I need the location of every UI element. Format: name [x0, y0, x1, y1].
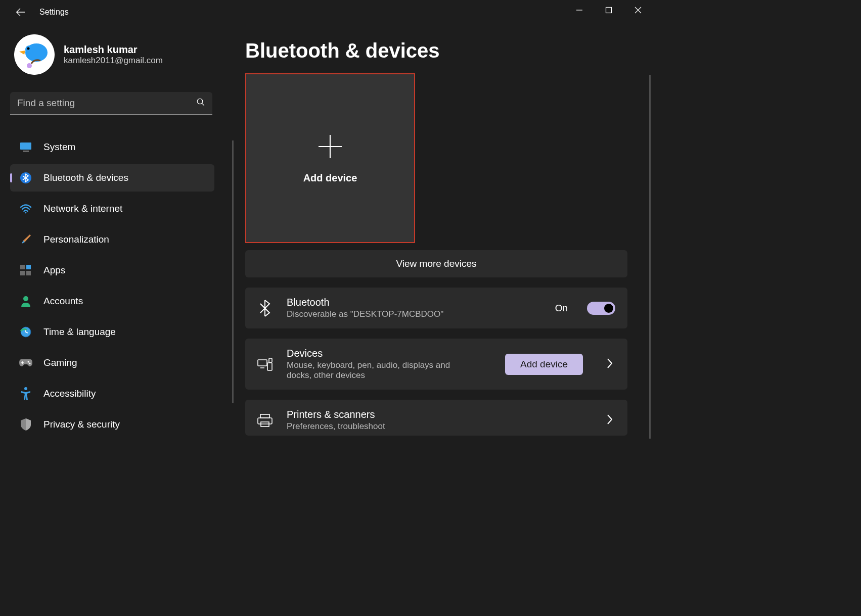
- svg-point-20: [24, 387, 27, 390]
- accessibility-icon: [19, 387, 32, 400]
- minimize-button[interactable]: [565, 0, 594, 20]
- toggle-knob: [604, 304, 613, 313]
- search-box[interactable]: [10, 92, 212, 115]
- svg-point-3: [25, 45, 33, 54]
- add-device-label: Add device: [303, 172, 357, 184]
- monitor-icon: [19, 140, 32, 154]
- toggle-state-label: On: [555, 303, 568, 314]
- sidebar-item-gaming[interactable]: Gaming: [10, 349, 214, 376]
- svg-rect-22: [267, 363, 272, 370]
- avatar: [14, 34, 55, 75]
- sidebar-item-label: System: [43, 141, 75, 153]
- printers-subtitle: Preferences, troubleshoot: [287, 421, 592, 432]
- sidebar-item-label: Accessibility: [43, 388, 96, 399]
- chevron-right-icon: [606, 414, 615, 427]
- sidebar-item-personalization[interactable]: Personalization: [10, 226, 214, 253]
- svg-rect-12: [26, 265, 31, 269]
- devices-card[interactable]: Devices Mouse, keyboard, pen, audio, dis…: [245, 339, 627, 390]
- sidebar-item-privacy[interactable]: Privacy & security: [10, 411, 214, 438]
- svg-rect-14: [26, 271, 31, 275]
- printers-card[interactable]: Printers & scanners Preferences, trouble…: [245, 400, 627, 436]
- search-icon: [196, 98, 205, 109]
- app-title: Settings: [39, 8, 69, 17]
- svg-rect-24: [260, 414, 269, 418]
- sidebar-item-label: Personalization: [43, 234, 109, 245]
- svg-rect-13: [20, 271, 25, 275]
- brush-icon: [19, 233, 32, 246]
- main-scrollbar[interactable]: [649, 75, 651, 439]
- devices-title: Devices: [287, 348, 491, 359]
- bluetooth-subtitle: Discoverable as "DESKTOP-7MCBDOO": [287, 309, 541, 319]
- svg-point-19: [29, 363, 31, 364]
- sidebar-item-accounts[interactable]: Accounts: [10, 288, 214, 315]
- printer-icon: [257, 414, 273, 427]
- sidebar-item-bluetooth-devices[interactable]: Bluetooth & devices: [10, 164, 214, 192]
- svg-rect-25: [258, 418, 272, 424]
- svg-point-6: [197, 99, 203, 104]
- back-button[interactable]: [10, 2, 30, 22]
- sidebar: kamlesh kumar kamlesh2011@gmail.com Syst…: [10, 24, 222, 446]
- svg-point-18: [28, 361, 29, 363]
- svg-rect-8: [23, 151, 29, 152]
- sidebar-item-label: Gaming: [43, 357, 77, 368]
- svg-point-15: [23, 296, 28, 301]
- sidebar-item-label: Privacy & security: [43, 419, 120, 430]
- bluetooth-title: Bluetooth: [287, 297, 541, 308]
- titlebar: Settings: [0, 0, 653, 24]
- page-title: Bluetooth & devices: [245, 39, 638, 62]
- bluetooth-card: Bluetooth Discoverable as "DESKTOP-7MCBD…: [245, 288, 627, 328]
- svg-rect-23: [269, 358, 272, 362]
- window-controls: [565, 0, 653, 20]
- sidebar-item-network[interactable]: Network & internet: [10, 195, 214, 222]
- gamepad-icon: [19, 356, 32, 369]
- profile-section[interactable]: kamlesh kumar kamlesh2011@gmail.com: [10, 34, 222, 75]
- chevron-right-icon: [606, 358, 615, 371]
- svg-rect-11: [20, 265, 25, 269]
- svg-rect-0: [606, 8, 612, 13]
- sidebar-item-label: Accounts: [43, 296, 83, 307]
- main-content: Bluetooth & devices Add device View more…: [222, 24, 653, 446]
- printers-title: Printers & scanners: [287, 409, 592, 420]
- profile-email: kamlesh2011@gmail.com: [64, 56, 163, 66]
- clock-icon: [19, 325, 32, 339]
- sidebar-item-label: Bluetooth & devices: [43, 172, 128, 183]
- profile-name: kamlesh kumar: [64, 44, 163, 56]
- bluetooth-icon: [257, 300, 273, 317]
- search-input[interactable]: [17, 98, 196, 109]
- bluetooth-toggle[interactable]: [587, 302, 615, 315]
- apps-icon: [19, 264, 32, 277]
- plus-icon: [316, 133, 344, 162]
- svg-rect-21: [258, 360, 267, 366]
- wifi-icon: [19, 202, 32, 215]
- sidebar-item-accessibility[interactable]: Accessibility: [10, 380, 214, 407]
- sidebar-item-label: Time & language: [43, 326, 116, 338]
- add-device-button-label: Add device: [520, 359, 568, 369]
- svg-point-5: [27, 63, 32, 68]
- view-more-label: View more devices: [396, 258, 476, 269]
- sidebar-item-label: Apps: [43, 265, 65, 276]
- sidebar-item-time-language[interactable]: Time & language: [10, 318, 214, 346]
- sidebar-item-label: Network & internet: [43, 203, 122, 214]
- sidebar-item-system[interactable]: System: [10, 133, 214, 161]
- add-device-tile[interactable]: Add device: [245, 73, 415, 243]
- svg-rect-7: [20, 143, 31, 150]
- devices-icon: [257, 358, 273, 371]
- devices-subtitle: Mouse, keyboard, pen, audio, displays an…: [287, 360, 469, 381]
- shield-icon: [19, 418, 32, 431]
- nav: System Bluetooth & devices Network & int…: [10, 133, 222, 438]
- maximize-button[interactable]: [594, 0, 623, 20]
- person-icon: [19, 295, 32, 308]
- sidebar-item-apps[interactable]: Apps: [10, 257, 214, 284]
- view-more-devices-button[interactable]: View more devices: [245, 250, 627, 277]
- svg-point-10: [25, 212, 27, 214]
- svg-point-4: [27, 48, 30, 50]
- add-device-button[interactable]: Add device: [505, 354, 583, 375]
- bluetooth-icon: [19, 171, 32, 184]
- close-button[interactable]: [623, 0, 653, 20]
